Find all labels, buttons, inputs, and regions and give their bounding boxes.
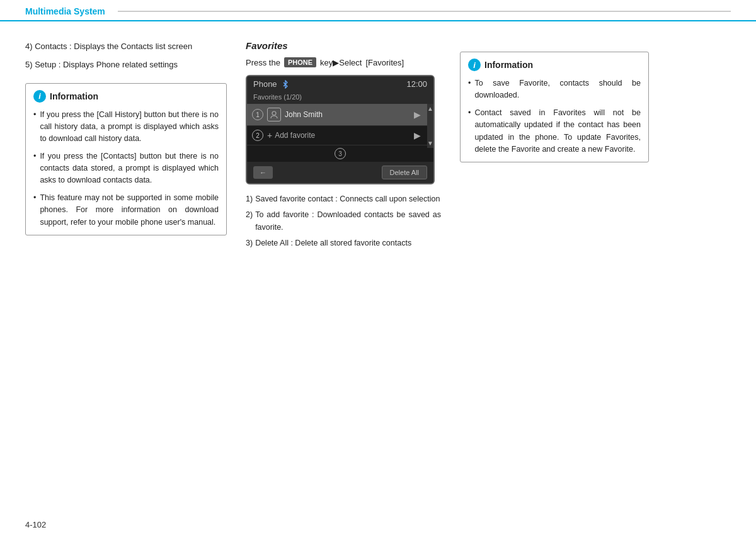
info-bullet-2: If you press the [Contacts] button but t… <box>33 150 219 187</box>
num-2: 2) <box>246 209 253 234</box>
info-bullet-3: This feature may not be supported in som… <box>33 192 219 229</box>
person-icon <box>270 110 278 119</box>
contact-icon <box>267 108 281 121</box>
numbered-list: 1) Saved favorite contact : Connects cal… <box>246 193 441 250</box>
row-arrow-1: ▶ <box>414 110 421 120</box>
num-1: 1) <box>246 193 253 205</box>
favorites-description: Press the PHONE key▶Select [Favorites] <box>246 57 441 67</box>
bluetooth-icon <box>281 80 290 89</box>
svg-point-0 <box>272 111 276 115</box>
phone-ui-mockup: Phone 12:00 Favorites (1/20) 1 <box>246 75 435 184</box>
main-content: 4) Contacts : Displays the Contacts list… <box>0 28 756 266</box>
phone-back-button[interactable]: ← <box>253 166 273 179</box>
page-header: Multimedia System <box>0 0 756 21</box>
scroll-bar[interactable]: ▲ ▼ <box>427 104 433 148</box>
scroll-up-button[interactable]: ▲ <box>427 104 433 113</box>
phone-rows: 1 John Smith ▶ 2 + Add favorite ▶ <box>247 104 433 145</box>
right-info-bullet-2: Contact saved in Favorites will not be a… <box>468 107 641 156</box>
phone-footer: ← Delete All <box>247 162 433 183</box>
phone-row-add-favorite[interactable]: 2 + Add favorite ▶ <box>247 126 433 145</box>
circle-3: 3 <box>335 148 346 159</box>
info-icon-left: i <box>33 90 46 103</box>
info-box-right: i Information To save Favorite, contacts… <box>460 52 649 162</box>
num-list-item-1: 1) Saved favorite contact : Connects cal… <box>246 193 441 205</box>
row-name-john-smith: John Smith <box>285 110 414 119</box>
page-number: 4-102 <box>25 520 46 529</box>
right-info-bullet-1: To save Favorite, contacts should be dow… <box>468 77 641 102</box>
row-num-circle-2: 2 <box>252 130 263 141</box>
phone-label: Phone <box>253 79 277 89</box>
middle-column: Favorites Press the PHONE key▶Select [Fa… <box>246 40 441 254</box>
phone-row-john-smith[interactable]: 1 John Smith ▶ <box>247 104 433 126</box>
scroll-down-button[interactable]: ▼ <box>427 138 433 148</box>
num-2-text: To add favorite : Downloaded contacts be… <box>255 209 441 234</box>
num-1-text: Saved favorite contact : Connects call u… <box>255 193 440 205</box>
num-3-text: Delete All : Delete all stored favorite … <box>255 237 411 249</box>
favorites-title: Favorites <box>246 40 441 51</box>
list-item-setup: 5) Setup : Displays Phone related settin… <box>25 59 227 72</box>
header-title: Multimedia System <box>25 6 105 16</box>
list-item-contacts: 4) Contacts : Displays the Contacts list… <box>25 40 227 54</box>
circle3-row: 3 <box>247 145 433 162</box>
num-3: 3) <box>246 237 253 249</box>
phone-delete-all-button[interactable]: Delete All <box>382 166 427 179</box>
row-num-circle-1: 1 <box>252 109 263 120</box>
add-icon: + <box>267 130 272 140</box>
info-box-right-title: i Information <box>468 59 641 71</box>
phone-ui-header: Phone 12:00 <box>247 76 433 92</box>
info-bullet-1: If you press the [Call History] button b… <box>33 109 219 145</box>
info-icon-right: i <box>468 59 481 71</box>
key-text: key▶Select <box>320 58 362 67</box>
phone-badge: PHONE <box>284 57 316 67</box>
phone-subtitle: Favorites (1/20) <box>247 92 433 104</box>
info-box-left-title: i Information <box>33 90 219 103</box>
row-arrow-2: ▶ <box>414 130 421 140</box>
phone-ui-header-left: Phone <box>253 79 290 89</box>
num-list-item-3: 3) Delete All : Delete all stored favori… <box>246 237 441 249</box>
header-divider <box>118 11 731 12</box>
phone-time: 12:00 <box>406 79 427 89</box>
left-column: 4) Contacts : Displays the Contacts list… <box>25 40 227 254</box>
right-column: i Information To save Favorite, contacts… <box>460 40 649 254</box>
info-box-left: i Information If you press the [Call His… <box>25 83 227 235</box>
num-list-item-2: 2) To add favorite : Downloaded contacts… <box>246 209 441 234</box>
add-text: Add favorite <box>275 131 414 140</box>
brackets-text: [Favorites] <box>365 58 404 67</box>
press-text: Press the <box>246 58 280 67</box>
